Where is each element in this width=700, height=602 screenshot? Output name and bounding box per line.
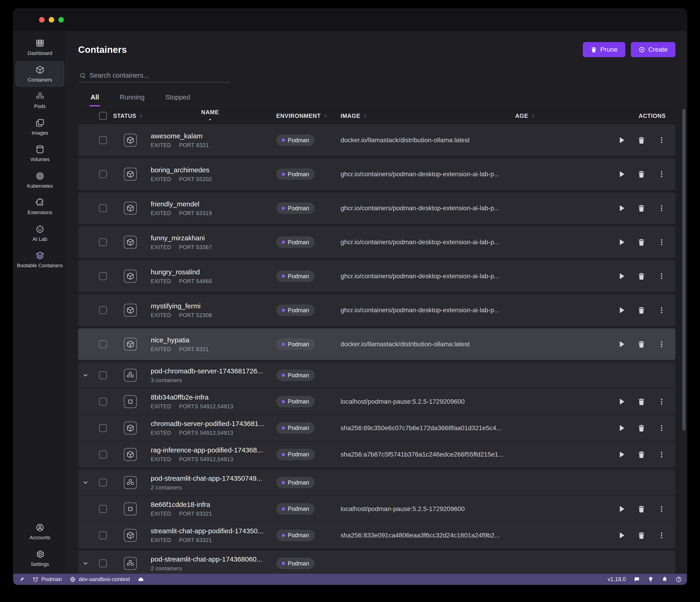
delete-button[interactable] xyxy=(637,531,646,540)
column-name[interactable]: NAME xyxy=(148,109,276,123)
row-checkbox[interactable] xyxy=(99,238,107,246)
row-name[interactable]: pod-streamlit-chat-app-174368060... xyxy=(151,555,269,563)
delete-button[interactable] xyxy=(637,204,646,212)
delete-button[interactable] xyxy=(637,272,646,280)
ideas-icon[interactable] xyxy=(648,576,654,582)
delete-button[interactable] xyxy=(637,340,646,348)
pod-row[interactable]: pod-chromadb-server-1743681726...3 conta… xyxy=(78,362,675,388)
column-environment[interactable]: ENVIRONMENT xyxy=(276,112,341,119)
help-icon[interactable] xyxy=(676,576,682,582)
delete-button[interactable] xyxy=(637,505,646,513)
row-name[interactable]: hungry_rosalind xyxy=(151,268,269,276)
container-row[interactable]: chromadb-server-podified-1743681...EXITE… xyxy=(78,415,675,441)
row-name[interactable]: rag-inference-app-podified-174368... xyxy=(151,446,269,454)
container-row[interactable]: hungry_rosalindEXITEDPORT 54868Podmanghc… xyxy=(78,260,675,292)
container-row[interactable]: awesome_kalamEXITEDPORT 8321Podmandocker… xyxy=(78,124,675,156)
feedback-icon[interactable] xyxy=(633,576,640,582)
sidebar-item-bootable-containers[interactable]: Bootable Containers xyxy=(16,247,64,272)
pin-icon[interactable] xyxy=(18,576,25,582)
delete-button[interactable] xyxy=(637,306,646,314)
row-name[interactable]: 8e66f1cdde18-infra xyxy=(151,501,269,508)
more-options-button[interactable] xyxy=(657,340,666,348)
row-name[interactable]: 8bb34a0ffb2e-infra xyxy=(151,393,269,401)
row-checkbox[interactable] xyxy=(99,451,107,458)
tab-running[interactable]: Running xyxy=(119,91,146,106)
row-checkbox[interactable] xyxy=(99,371,107,379)
more-options-button[interactable] xyxy=(657,450,666,459)
more-options-button[interactable] xyxy=(657,424,666,432)
chevron-down-icon[interactable] xyxy=(82,479,89,486)
play-button[interactable] xyxy=(617,340,625,348)
container-row[interactable]: funny_mirzakhaniEXITEDPORT 53367Podmangh… xyxy=(78,226,675,258)
delete-button[interactable] xyxy=(637,424,646,432)
delete-button[interactable] xyxy=(637,450,646,459)
row-checkbox[interactable] xyxy=(99,531,107,539)
container-row[interactable]: 8e66f1cdde18-infraEXITEDPORT 63321Podman… xyxy=(78,495,675,522)
sidebar-item-volumes[interactable]: Volumes xyxy=(16,141,64,166)
play-button[interactable] xyxy=(617,398,625,406)
play-button[interactable] xyxy=(617,505,625,513)
play-button[interactable] xyxy=(617,238,625,246)
row-checkbox[interactable] xyxy=(99,559,107,567)
close-window-button[interactable] xyxy=(39,17,45,23)
pod-row[interactable]: pod-streamlit-chat-app-174350749...2 con… xyxy=(78,470,675,495)
row-name[interactable]: streamlit-chat-app-podified-174350... xyxy=(151,527,269,535)
zoom-window-button[interactable] xyxy=(58,17,64,23)
more-options-button[interactable] xyxy=(657,505,666,513)
play-button[interactable] xyxy=(617,450,625,459)
column-age[interactable]: AGE xyxy=(515,112,564,119)
more-options-button[interactable] xyxy=(657,170,666,178)
prune-button[interactable]: Prune xyxy=(583,42,625,57)
delete-button[interactable] xyxy=(637,238,646,246)
kube-context[interactable]: dev-sandbox-context xyxy=(70,576,130,582)
minimize-window-button[interactable] xyxy=(49,17,54,23)
sidebar-item-ai-lab[interactable]: AI Lab xyxy=(16,221,64,246)
tab-all[interactable]: All xyxy=(90,91,100,106)
more-options-button[interactable] xyxy=(657,136,666,144)
column-image[interactable]: IMAGE xyxy=(341,112,515,119)
play-button[interactable] xyxy=(617,170,625,178)
more-options-button[interactable] xyxy=(657,306,666,314)
row-checkbox[interactable] xyxy=(99,340,107,348)
row-checkbox[interactable] xyxy=(99,505,107,513)
row-name[interactable]: pod-chromadb-server-1743681726... xyxy=(151,367,269,375)
search-box[interactable] xyxy=(78,70,230,82)
chevron-down-icon[interactable] xyxy=(82,560,89,567)
container-row[interactable]: boring_archimedesEXITEDPORT 55202Podmang… xyxy=(78,158,675,190)
cloud-icon[interactable] xyxy=(138,576,144,582)
row-checkbox[interactable] xyxy=(99,170,107,178)
container-row[interactable]: friendly_mendelEXITEDPORT 63319Podmanghc… xyxy=(78,192,675,224)
select-all-checkbox[interactable] xyxy=(99,112,107,120)
row-checkbox[interactable] xyxy=(99,479,107,486)
more-options-button[interactable] xyxy=(657,398,666,406)
sidebar-item-pods[interactable]: Pods xyxy=(16,88,64,113)
row-checkbox[interactable] xyxy=(99,306,107,314)
scrollbar-thumb[interactable] xyxy=(682,109,685,431)
row-name[interactable]: friendly_mendel xyxy=(151,200,269,208)
row-checkbox[interactable] xyxy=(99,136,107,144)
play-button[interactable] xyxy=(617,424,625,432)
chevron-down-icon[interactable] xyxy=(82,372,89,379)
row-checkbox[interactable] xyxy=(99,398,107,405)
row-name[interactable]: pod-streamlit-chat-app-174350749... xyxy=(151,475,269,482)
pod-row[interactable]: pod-streamlit-chat-app-174368060...2 con… xyxy=(78,551,675,574)
more-options-button[interactable] xyxy=(657,238,666,246)
column-status[interactable]: STATUS xyxy=(113,112,148,119)
container-row[interactable]: rag-inference-app-podified-174368...EXIT… xyxy=(78,441,675,467)
more-options-button[interactable] xyxy=(657,272,666,280)
tab-stopped[interactable]: Stopped xyxy=(164,91,191,106)
row-checkbox[interactable] xyxy=(99,272,107,280)
notifications-icon[interactable] xyxy=(661,576,668,582)
sidebar-item-settings[interactable]: Settings xyxy=(16,546,64,571)
container-row[interactable]: streamlit-chat-app-podified-174350...EXI… xyxy=(78,522,675,548)
delete-button[interactable] xyxy=(637,170,646,178)
more-options-button[interactable] xyxy=(657,531,666,540)
container-row[interactable]: nice_hypatiaEXITEDPORT 8321Podmandocker.… xyxy=(78,328,675,360)
row-name[interactable]: funny_mirzakhani xyxy=(151,234,269,242)
play-button[interactable] xyxy=(617,306,625,314)
play-button[interactable] xyxy=(617,136,625,144)
sidebar-item-images[interactable]: Images xyxy=(16,115,64,140)
sidebar-item-dashboard[interactable]: Dashboard xyxy=(16,35,64,60)
sidebar-item-containers[interactable]: Containers xyxy=(16,61,64,86)
play-button[interactable] xyxy=(617,204,625,212)
